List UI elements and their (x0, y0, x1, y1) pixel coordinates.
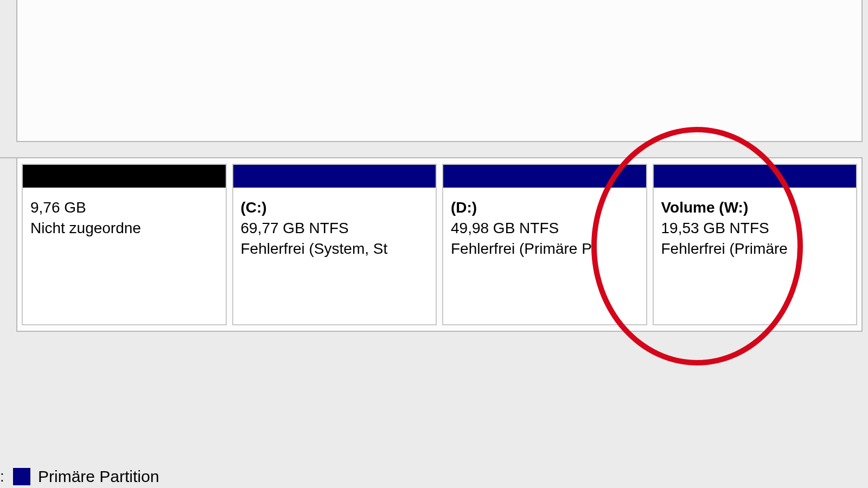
partition-status: Nicht zugeordne (30, 218, 218, 239)
partition-label: (C:) (241, 197, 429, 218)
partition-size: 49,98 GB NTFS (451, 218, 639, 239)
partition-header-unallocated (23, 165, 226, 188)
partition-label: (D:) (451, 197, 639, 218)
partition-status: Fehlerfrei (System, St (241, 239, 429, 259)
partition-status: Fehlerfrei (Primäre P (451, 239, 639, 259)
legend: : Primäre Partition (0, 467, 159, 486)
partition-unallocated[interactable]: 9,76 GB Nicht zugeordne (22, 164, 227, 325)
partition-w[interactable]: Volume (W:) 19,53 GB NTFS Fehlerfrei (Pr… (653, 164, 858, 325)
partition-size: 9,76 GB (30, 197, 218, 218)
partition-d[interactable]: (D:) 49,98 GB NTFS Fehlerfrei (Primäre P (442, 164, 647, 325)
partition-size: 69,77 GB NTFS (241, 218, 429, 239)
partition-size: 19,53 GB NTFS (661, 218, 849, 239)
volume-list-panel (16, 0, 863, 142)
legend-label-primary: Primäre Partition (38, 467, 159, 486)
divider (0, 157, 16, 158)
disk-graphical-view: 9,76 GB Nicht zugeordne (C:) 69,77 GB NT… (16, 157, 863, 332)
partition-status: Fehlerfrei (Primäre (661, 239, 849, 259)
partition-c[interactable]: (C:) 69,77 GB NTFS Fehlerfrei (System, S… (232, 164, 437, 325)
partition-header-primary (233, 165, 436, 188)
partition-header-primary (443, 165, 646, 188)
partition-label: Volume (W:) (661, 197, 849, 218)
legend-swatch-primary (13, 468, 30, 485)
partition-header-primary (654, 165, 857, 188)
legend-lead-mark: : (0, 468, 5, 485)
